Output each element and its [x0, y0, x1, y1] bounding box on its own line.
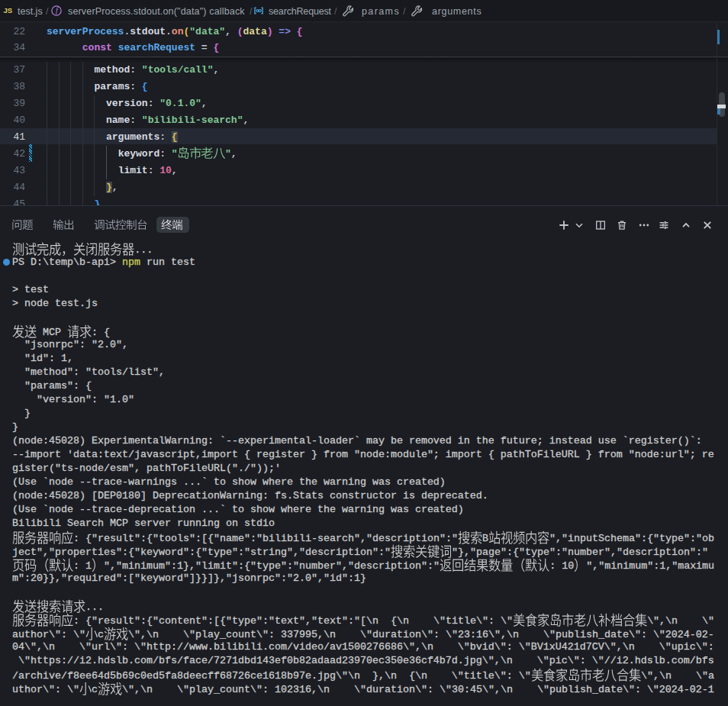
svg-text:f: f	[56, 7, 59, 15]
